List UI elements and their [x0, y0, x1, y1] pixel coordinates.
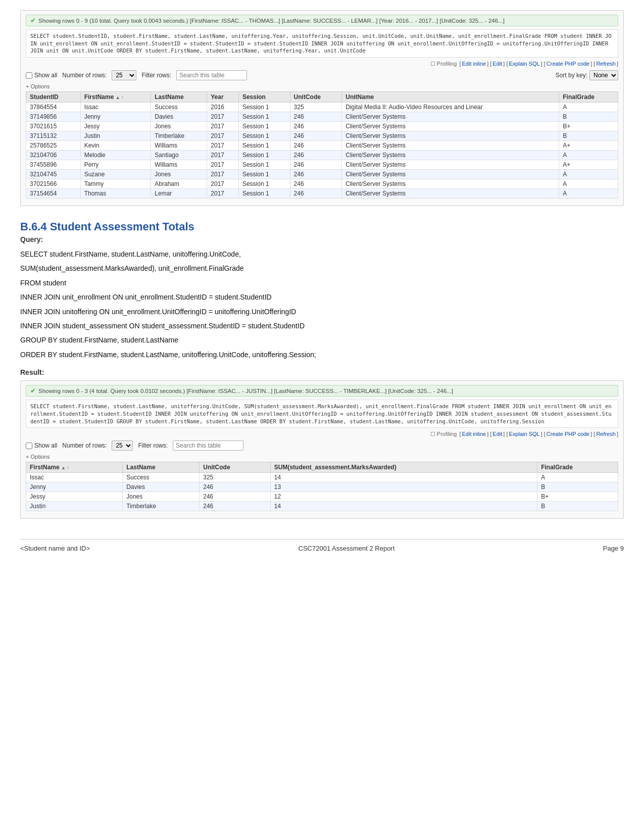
table-cell: 246	[290, 151, 342, 160]
table-cell: Perry	[80, 160, 151, 170]
table-cell: A	[537, 473, 618, 482]
table-cell: 246	[200, 482, 271, 492]
table-cell: Jenny	[80, 112, 151, 122]
table-row: IssacSuccess32514A	[26, 473, 618, 482]
bottom-sql-code: SELECT student.FirstName, student.LastNa…	[26, 400, 618, 428]
check-icon: ✔	[30, 17, 36, 24]
rows-select[interactable]: 25 50 100	[112, 70, 136, 80]
table-cell: 2017	[207, 189, 239, 199]
table-cell: Client/Server Systems	[342, 131, 559, 141]
table-cell: Digital Media II: Audio-Video Resources …	[342, 103, 559, 112]
table-cell: B+	[559, 122, 618, 131]
table-cell: A	[559, 189, 618, 199]
table-cell: 2017	[207, 160, 239, 170]
footer-left: <Student name and ID>	[20, 545, 90, 552]
table-cell: A	[559, 170, 618, 179]
table-cell: Session 1	[238, 131, 290, 141]
bottom-panel-actions: ☐ Profiling [Edit inline] [Edit] [Explai…	[26, 431, 618, 437]
refresh-link-2[interactable]: Refresh	[596, 431, 616, 437]
table-cell: Client/Server Systems	[342, 160, 559, 170]
table-header-row: StudentID FirstName ▲ ↑ LastName Year Se…	[26, 92, 618, 103]
show-all-label-2[interactable]: Show all	[26, 442, 57, 449]
query-line: GROUP BY student.FirstName, student.Last…	[20, 334, 624, 346]
show-all-label[interactable]: Show all	[26, 72, 57, 79]
edit-link-2[interactable]: Edit	[492, 431, 502, 437]
table-cell: Session 1	[238, 122, 290, 131]
table-cell: Client/Server Systems	[342, 112, 559, 122]
col-lastname: LastName	[151, 92, 207, 103]
table-cell: 37115132	[26, 131, 81, 141]
table-cell: 246	[200, 492, 271, 502]
table-cell: Issac	[26, 473, 123, 482]
table-cell: 2017	[207, 151, 239, 160]
table-cell: 325	[290, 103, 342, 112]
query-label: Query:	[20, 235, 624, 243]
search-input[interactable]	[176, 70, 247, 80]
show-all-checkbox[interactable]	[26, 72, 32, 79]
check-icon-2: ✔	[30, 387, 36, 395]
table-cell: 12	[270, 492, 537, 502]
table-cell: Melodie	[80, 151, 151, 160]
table-cell: Client/Server Systems	[342, 170, 559, 179]
table-row: 37115132JustinTimberlake2017Session 1246…	[26, 131, 618, 141]
table-row: 37455896PerryWilliams2017Session 1246Cli…	[26, 160, 618, 170]
table-row: 37149856JennyDavies2017Session 1246Clien…	[26, 112, 618, 122]
table-row: 37864554IssacSuccess2016Session 1325Digi…	[26, 103, 618, 112]
table-row: 25786525KevinWilliams2017Session 1246Cli…	[26, 141, 618, 151]
rows-select-2[interactable]: 25	[112, 440, 133, 451]
col-b-unitcode: UnitCode	[200, 462, 271, 473]
top-options-link[interactable]: + Options	[26, 83, 618, 89]
edit-link[interactable]: Edit	[492, 61, 502, 67]
table-cell: Issac	[80, 103, 151, 112]
table-cell: Santiago	[151, 151, 207, 160]
col-b-sum: SUM(student_assessment.MarksAwarded)	[270, 462, 537, 473]
table-cell: Davies	[123, 482, 200, 492]
table-cell: 2017	[207, 122, 239, 131]
col-unitcode: UnitCode	[290, 92, 342, 103]
table-cell: 37021615	[26, 122, 81, 131]
table-cell: 246	[290, 160, 342, 170]
edit-inline-link[interactable]: Edit inline	[462, 61, 486, 67]
query-line: INNER JOIN unit_enrollment ON unit_enrol…	[20, 291, 624, 303]
create-php-link-2[interactable]: Create PHP code	[547, 431, 589, 437]
table-cell: Davies	[151, 112, 207, 122]
table-cell: Jessy	[26, 492, 123, 502]
bottom-result-panel: ✔ Showing rows 0 - 3 (4 total. Query too…	[20, 380, 624, 519]
profiling-checkbox-2[interactable]: ☐ Profiling	[430, 431, 457, 437]
table-cell: Williams	[151, 160, 207, 170]
bottom-options-link[interactable]: + Options	[26, 454, 618, 460]
refresh-link[interactable]: Refresh	[596, 61, 616, 67]
table-cell: B	[559, 112, 618, 122]
search-input-2[interactable]	[173, 440, 243, 451]
col-firstname: FirstName ▲ ↑	[80, 92, 151, 103]
table-cell: B	[537, 482, 618, 492]
table-row: 37021615JessyJones2017Session 1246Client…	[26, 122, 618, 131]
bottom-header-row: FirstName ▲ ↑ LastName UnitCode SUM(stud…	[26, 462, 618, 473]
table-cell: Session 1	[238, 179, 290, 189]
show-all-checkbox-2[interactable]	[26, 443, 32, 449]
table-row: JessyJones24612B+	[26, 492, 618, 502]
table-cell: A+	[559, 160, 618, 170]
query-line: SUM(student_assessment.MarksAwarded), un…	[20, 263, 624, 274]
table-cell: 32104745	[26, 170, 81, 179]
table-cell: Session 1	[238, 160, 290, 170]
sort-key-select[interactable]: None	[589, 70, 618, 80]
section-heading: B.6.4 Student Assessment Totals	[20, 220, 624, 233]
table-cell: 246	[290, 179, 342, 189]
profiling-checkbox[interactable]: ☐ Profiling	[430, 61, 457, 67]
table-cell: 37864554	[26, 103, 81, 112]
col-session: Session	[238, 92, 290, 103]
table-cell: Client/Server Systems	[342, 179, 559, 189]
table-cell: Client/Server Systems	[342, 151, 559, 160]
table-cell: 2017	[207, 170, 239, 179]
table-row: JustinTimberlake24614B	[26, 502, 618, 511]
explain-sql-link[interactable]: Explain SQL	[509, 61, 540, 67]
table-cell: Lemar	[151, 189, 207, 199]
table-cell: Tammy	[80, 179, 151, 189]
sort-control: Sort by key: None	[556, 70, 618, 80]
edit-inline-link-2[interactable]: Edit inline	[462, 431, 486, 437]
table-cell: 246	[290, 112, 342, 122]
create-php-link[interactable]: Create PHP code	[547, 61, 589, 67]
table-row: 37021566TammyAbraham2017Session 1246Clie…	[26, 179, 618, 189]
explain-sql-link-2[interactable]: Explain SQL	[509, 431, 540, 437]
